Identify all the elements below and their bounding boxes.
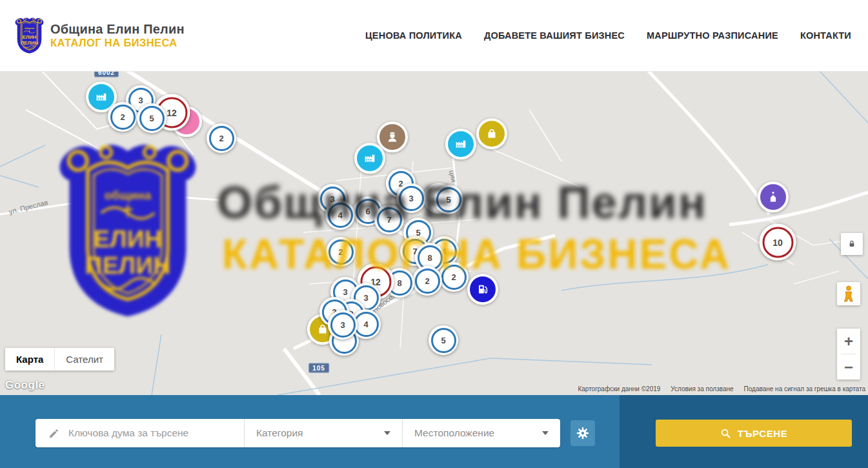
map-cluster[interactable]: 3 xyxy=(396,183,426,213)
streetview-lock-button[interactable] xyxy=(841,233,863,255)
caret-down-icon xyxy=(384,431,390,435)
gear-icon xyxy=(576,426,590,440)
map-cluster[interactable]: 3 xyxy=(328,310,358,340)
search-bar: Категория Местоположение xyxy=(0,395,868,468)
keyword-input[interactable] xyxy=(67,427,244,440)
report-error-link[interactable]: Подаване на сигнал за грешка в картата xyxy=(744,385,865,392)
map-view-button[interactable]: Карта xyxy=(5,348,54,371)
search-fields: Категория Местоположение xyxy=(35,419,560,447)
caret-down-icon xyxy=(542,431,549,435)
map-cluster[interactable]: 7 xyxy=(374,205,404,234)
search-icon xyxy=(720,428,731,439)
map-pin-factory[interactable] xyxy=(445,128,476,159)
satellite-view-button[interactable]: Сателит xyxy=(54,348,114,371)
category-select[interactable]: Категория xyxy=(244,419,402,447)
nav-pricing[interactable]: ЦЕНОВА ПОЛИТИКА xyxy=(365,30,462,41)
markers-layer: 31225232356475748222812338343510 xyxy=(0,71,868,395)
map-cluster[interactable]: 5 xyxy=(429,325,458,355)
site-title: Община Елин Пелин xyxy=(50,22,185,37)
map-type-control: Карта Сателит xyxy=(5,348,114,371)
header: Община Елин Пелин КАТАЛОГ НА БИЗНЕСА ЦЕН… xyxy=(0,0,868,72)
nav-add-business[interactable]: ДОБАВЕТЕ ВАШИЯТ БИЗНЕС xyxy=(484,30,625,41)
map-cluster[interactable]: 2 xyxy=(439,262,469,292)
terms-link[interactable]: Условия за ползване xyxy=(671,385,733,392)
map-cluster[interactable]: 2 xyxy=(108,102,137,132)
map-cluster[interactable]: 5 xyxy=(434,185,463,214)
zoom-out-button[interactable]: − xyxy=(837,354,860,380)
map-cluster[interactable]: 10 xyxy=(760,224,796,261)
site-subtitle: КАТАЛОГ НА БИЗНЕСА xyxy=(50,37,185,49)
location-select-value: Местоположение xyxy=(414,427,494,439)
search-button-label: ТЪРСЕНЕ xyxy=(738,428,788,439)
pencil-icon xyxy=(48,428,59,439)
map-pin-church[interactable] xyxy=(758,181,789,212)
brand[interactable]: Община Елин Пелин КАТАЛОГ НА БИЗНЕСА xyxy=(14,17,185,54)
keyword-field xyxy=(35,419,244,447)
pegman-button[interactable] xyxy=(837,282,860,305)
zoom-control: + − xyxy=(837,329,860,380)
map-cluster[interactable]: 5 xyxy=(137,103,167,133)
map-cluster[interactable]: 4 xyxy=(325,200,355,230)
map-canvas[interactable]: 6002105ул. Преславбул. „Новоселции 31225… xyxy=(0,71,868,395)
pegman-icon xyxy=(843,285,854,302)
lock-icon xyxy=(847,239,857,249)
attribution-copyright: Картографски данни ©2019 xyxy=(578,385,660,392)
zoom-in-button[interactable]: + xyxy=(837,329,860,354)
map-cluster[interactable]: 2 xyxy=(207,123,236,153)
map-pin-fuel[interactable] xyxy=(467,274,498,305)
page: Община Елин Пелин КАТАЛОГ НА БИЗНЕСА ЦЕН… xyxy=(0,0,868,468)
map-pin-factory[interactable] xyxy=(354,143,385,174)
map-pin-bag[interactable] xyxy=(476,118,507,149)
map-attribution: Картографски данни ©2019 Условия за полз… xyxy=(578,385,865,392)
category-select-value: Категория xyxy=(256,427,303,439)
main-nav: ЦЕНОВА ПОЛИТИКА ДОБАВЕТЕ ВАШИЯТ БИЗНЕС М… xyxy=(365,30,868,41)
nav-contacts[interactable]: КОНТАКТИ xyxy=(800,30,851,41)
map-cluster[interactable]: 2 xyxy=(412,266,442,296)
nav-bus-schedule[interactable]: МАРШРУТНО РАЗПИСАНИЕ xyxy=(647,30,778,41)
search-button[interactable]: ТЪРСЕНЕ xyxy=(656,420,852,447)
google-logo[interactable]: Google xyxy=(5,379,45,392)
municipality-logo-icon xyxy=(14,17,45,54)
settings-button[interactable] xyxy=(570,420,595,446)
map-cluster[interactable]: 2 xyxy=(326,237,356,267)
location-select[interactable]: Местоположение xyxy=(402,419,560,447)
